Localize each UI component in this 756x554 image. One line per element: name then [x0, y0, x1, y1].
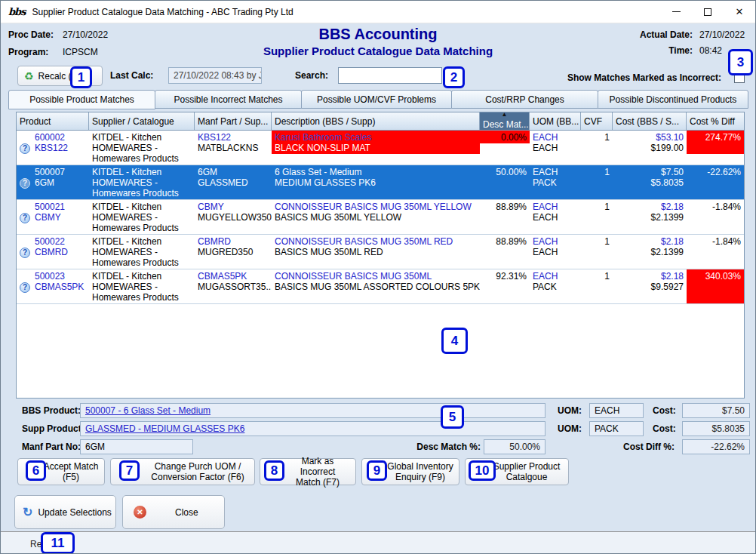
cell-desc-match: 88.89% — [480, 200, 530, 234]
manf-part-link[interactable]: CBMAS5PK — [198, 271, 269, 282]
minimize-button[interactable] — [660, 1, 692, 23]
manf-part-link[interactable]: CBMY — [198, 202, 269, 212]
maximize-button[interactable] — [692, 1, 724, 23]
product-alt-code-link[interactable]: KBS122 — [35, 143, 86, 153]
cell-cost: $53.10 $199.00 — [613, 131, 687, 165]
question-mark-icon[interactable]: ? — [20, 213, 30, 223]
tab-possible-discontinued-products[interactable]: Possible Discontinued Products — [598, 90, 748, 109]
bbs-description-link[interactable]: CONNOISSEUR BASICS MUG 350ML — [275, 271, 477, 282]
question-mark-icon[interactable]: ? — [20, 143, 30, 154]
product-alt-code-link[interactable]: CBMRD — [35, 247, 86, 257]
time-label: Time: — [668, 45, 693, 56]
cell-cost-diff: 274.77% — [687, 131, 744, 165]
close-circle-icon: ✕ — [134, 506, 146, 519]
desc-match-pct-label: Desc Match %: — [416, 442, 481, 452]
column-header-uom[interactable]: UOM (BB... — [530, 112, 581, 130]
annotation-marker-1: 1 — [70, 66, 92, 88]
tab-possible-incorrect-matches[interactable]: Possible Incorrect Matches — [155, 90, 302, 109]
cost-link[interactable]: $2.18 — [616, 236, 684, 247]
product-alt-code-link[interactable]: CBMY — [35, 212, 86, 223]
manf-part-no-field[interactable]: 6GM — [80, 439, 193, 454]
proc-date-label: Proc Date: — [8, 29, 63, 40]
cell-product: ? 500021 CBMY — [17, 200, 89, 234]
cell-description: CONNOISSEUR BASICS MUG 350ML RED BASICS … — [272, 235, 480, 269]
cell-uom: EACH PACK — [530, 269, 581, 303]
manf-part-link[interactable]: CBMRD — [198, 236, 269, 247]
bbs-description-link[interactable]: CONNOISSEUR BASICS MUG 350ML RED — [275, 236, 477, 247]
table-row[interactable]: ? 500022 CBMRD KITDEL - Kitchen HOMEWARE… — [17, 235, 744, 269]
column-header-cost[interactable]: Cost (BBS / S... — [613, 112, 687, 130]
uom-link[interactable]: EACH — [533, 167, 578, 177]
cell-product: ? 600002 KBS122 — [17, 131, 89, 165]
cell-cvf: 1 — [581, 200, 613, 234]
cost-link[interactable]: $7.50 — [616, 167, 684, 177]
cost-link[interactable]: $2.18 — [616, 202, 684, 212]
detail-panel: BBS Product: 500007 - 6 Glass Set - Medi… — [1, 399, 755, 458]
actual-date-value: 27/10/2022 — [699, 29, 749, 40]
product-code-link[interactable]: 600002 — [35, 132, 86, 143]
bbs-description-link[interactable]: CONNOISSEUR BASICS MUG 350ML YELLOW — [275, 202, 477, 212]
column-header-manf-part[interactable]: Manf Part / Sup... — [195, 112, 272, 130]
product-code-link[interactable]: 500021 — [35, 202, 86, 212]
close-window-icon: ✕ — [736, 6, 744, 17]
column-header-description[interactable]: Description (BBS / Supp) — [272, 112, 480, 130]
tab-possible-uom-cvf-problems[interactable]: Possible UOM/CVF Problems — [301, 90, 452, 109]
bbs-product-link-field[interactable]: 500007 - 6 Glass Set - Medium — [80, 403, 545, 418]
desc-match-pct-field: 50.00% — [484, 439, 545, 454]
tab-possible-product-matches[interactable]: Possible Product Matches — [8, 90, 155, 109]
cost-link[interactable]: $53.10 — [616, 132, 684, 143]
cell-manf-part: CBMY MUGYELLOW350 — [195, 200, 272, 234]
cell-supplier-catalogue: KITDEL - Kitchen HOMEWARES - Homewares P… — [89, 165, 195, 199]
column-header-product[interactable]: Product — [17, 112, 89, 130]
window-title: Supplier Product Catalogue Data Matching… — [32, 7, 661, 17]
annotation-marker-7: 7 — [119, 460, 140, 481]
product-code-link[interactable]: 500007 — [35, 167, 86, 177]
uom-supp-label: UOM: — [558, 423, 582, 434]
annotation-marker-2: 2 — [443, 66, 465, 88]
close-window-button[interactable]: ✕ — [724, 1, 755, 23]
uom-link[interactable]: EACH — [533, 202, 578, 212]
table-row[interactable]: ? 600002 KBS122 KITDEL - Kitchen HOMEWAR… — [17, 131, 744, 165]
manf-part-link[interactable]: 6GM — [198, 167, 269, 177]
supp-product-link-field[interactable]: GLASSMED - MEDIUM GLASSES PK6 — [80, 421, 545, 436]
footer-buttons-row: ↻ Update Selections ✕ Close — [1, 495, 755, 530]
manf-part-link[interactable]: KBS122 — [198, 132, 269, 143]
column-header-cvf[interactable]: CVF — [581, 112, 613, 130]
cell-uom: EACH EACH — [530, 200, 581, 234]
update-selections-button[interactable]: ↻ Update Selections — [14, 495, 116, 529]
table-row[interactable]: ? 500023 CBMAS5PK KITDEL - Kitchen HOMEW… — [17, 269, 744, 304]
cost-link[interactable]: $2.18 — [616, 271, 684, 282]
cell-description: CONNOISSEUR BASICS MUG 350ML YELLOW BASI… — [272, 200, 480, 234]
question-mark-icon[interactable]: ? — [20, 178, 30, 189]
search-input[interactable] — [338, 67, 442, 84]
column-header-desc-match[interactable]: ▲Desc Mat... — [480, 112, 530, 130]
bbs-description-link[interactable]: 6 Glass Set - Medium — [275, 167, 477, 177]
bbs-description-link[interactable]: Karusi Bathroom Scales — [275, 132, 477, 143]
column-header-supplier-catalogue[interactable]: Supplier / Catalogue — [89, 112, 195, 130]
table-row[interactable]: ? 500007 6GM KITDEL - Kitchen HOMEWARES … — [17, 165, 744, 200]
annotation-marker-8: 8 — [264, 460, 284, 481]
product-code-link[interactable]: 500023 — [35, 271, 86, 282]
show-incorrect-label: Show Matches Marked as Incorrect: — [567, 72, 721, 83]
cost-diff-pct-label: Cost Diff %: — [595, 442, 675, 452]
uom-link[interactable]: EACH — [533, 132, 578, 143]
last-calc-label: Last Calc: — [110, 70, 153, 81]
table-header-row: Product Supplier / Catalogue Manf Part /… — [17, 112, 744, 131]
table-row[interactable]: ? 500021 CBMY KITDEL - Kitchen HOMEWARES… — [17, 200, 744, 235]
uom-link[interactable]: EACH — [533, 271, 578, 282]
column-header-cost-pct-diff[interactable]: Cost % Diff — [687, 112, 744, 130]
product-alt-code-link[interactable]: CBMAS5PK — [35, 282, 86, 292]
annotation-marker-4: 4 — [441, 328, 468, 354]
tab-cost-rrp-changes[interactable]: Cost/RRP Changes — [451, 90, 598, 109]
product-code-link[interactable]: 500022 — [35, 236, 86, 247]
question-mark-icon[interactable]: ? — [20, 248, 30, 258]
cell-product: ? 500023 CBMAS5PK — [17, 269, 89, 303]
uom-link[interactable]: EACH — [533, 236, 578, 247]
cell-desc-match: 88.89% — [480, 235, 530, 269]
annotation-marker-9: 9 — [367, 460, 387, 481]
close-button[interactable]: ✕ Close — [122, 495, 225, 529]
product-alt-code-link[interactable]: 6GM — [35, 177, 86, 188]
last-calc-field: 27/10/2022 08:43 by JS2 — [168, 67, 262, 84]
cell-desc-match: 92.31% — [480, 269, 530, 303]
question-mark-icon[interactable]: ? — [20, 282, 30, 293]
